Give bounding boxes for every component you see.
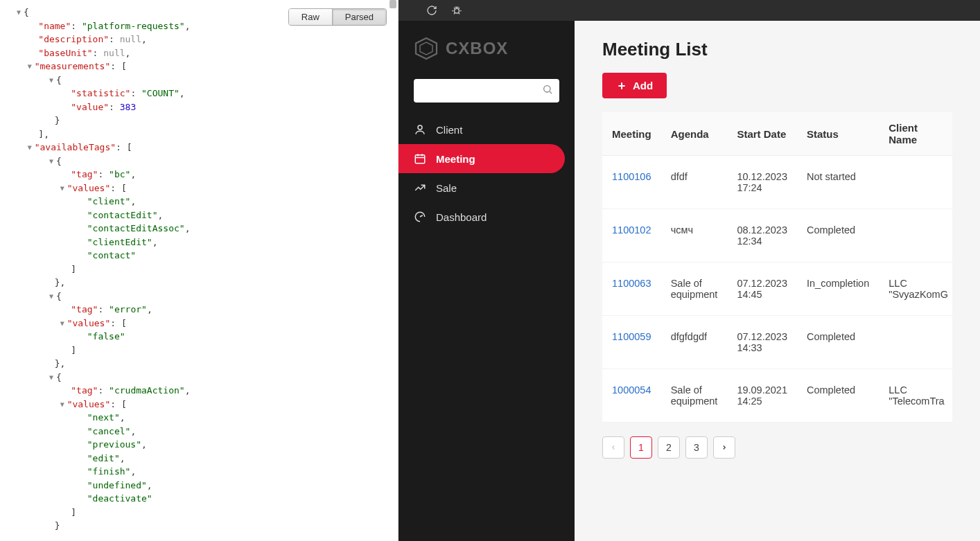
raw-button[interactable]: Raw <box>289 9 332 25</box>
pagination-next[interactable] <box>713 436 735 459</box>
col-meeting[interactable]: Meeting <box>602 112 661 156</box>
pagination: 1 2 3 <box>602 436 952 459</box>
svg-marker-1 <box>416 38 437 59</box>
user-icon <box>414 123 426 136</box>
svg-point-0 <box>455 8 460 13</box>
refresh-icon[interactable] <box>426 5 437 16</box>
svg-marker-2 <box>420 42 432 55</box>
pagination-page-2[interactable]: 2 <box>658 436 680 459</box>
sidebar-item-label: Dashboard <box>436 211 487 223</box>
cell-status: In_completion <box>797 263 879 316</box>
cell-agenda: чсмч <box>661 209 728 263</box>
cell-start-date: 19.09.202114:25 <box>727 369 797 423</box>
meeting-link[interactable]: 1100102 <box>612 224 651 236</box>
meeting-table: Meeting Agenda Start Date Status Client … <box>602 112 952 423</box>
svg-line-4 <box>550 91 552 94</box>
sidebar-item-label: Client <box>436 124 462 136</box>
table-row[interactable]: 1100106dfdf10.12.202317:24Not started <box>602 156 952 209</box>
cell-client: LLC "SvyazKomG <box>879 263 952 316</box>
pagination-prev[interactable] <box>602 436 624 459</box>
brand-name: CXBOX <box>446 39 508 58</box>
table-row[interactable]: 1000054Sale of equipment19.09.202114:25C… <box>602 369 952 423</box>
json-viewer-pane: Raw Parsed ▼{ "name": "platform-requests… <box>0 0 399 541</box>
add-button-label: Add <box>633 80 653 91</box>
scrollbar[interactable] <box>390 0 396 541</box>
topbar <box>399 0 980 21</box>
cell-status: Completed <box>797 209 879 263</box>
meeting-link[interactable]: 1100106 <box>612 171 651 182</box>
table-header-row: Meeting Agenda Start Date Status Client … <box>602 112 952 156</box>
cell-meeting: 1100102 <box>602 209 661 263</box>
cell-client <box>879 156 952 209</box>
sidebar-item-meeting[interactable]: Meeting <box>399 144 565 173</box>
chart-line-icon <box>414 181 426 194</box>
cell-start-date: 07.12.202314:33 <box>727 316 797 369</box>
cell-agenda: dfgfdgdf <box>661 316 728 369</box>
meeting-link[interactable]: 1100063 <box>612 278 651 289</box>
svg-point-5 <box>418 125 422 130</box>
add-button[interactable]: Add <box>602 73 667 98</box>
main-content: Meeting List Add Meeting Agenda Start Da… <box>575 21 980 541</box>
pagination-page-1[interactable]: 1 <box>630 436 652 459</box>
cell-meeting: 1100059 <box>602 316 661 369</box>
chevron-right-icon <box>721 444 728 451</box>
search-icon[interactable] <box>542 84 553 98</box>
cell-client <box>879 209 952 263</box>
cell-agenda: dfdf <box>661 156 728 209</box>
sidebar-item-label: Sale <box>436 182 457 194</box>
col-start-date[interactable]: Start Date <box>727 112 797 156</box>
parsed-button[interactable]: Parsed <box>332 9 386 25</box>
plus-icon <box>616 80 627 91</box>
bug-icon[interactable] <box>451 5 462 16</box>
sidebar-item-sale[interactable]: Sale <box>399 173 565 202</box>
app-pane: CXBOX Client Meeting Sale <box>399 0 980 541</box>
cell-status: Not started <box>797 156 879 209</box>
cell-status: Completed <box>797 369 879 423</box>
table-row[interactable]: 1100102чсмч08.12.202312:34Completed <box>602 209 952 263</box>
cell-meeting: 1100063 <box>602 263 661 316</box>
pagination-page-3[interactable]: 3 <box>685 436 708 459</box>
cell-meeting: 1000054 <box>602 369 661 423</box>
cell-client <box>879 316 952 369</box>
cell-status: Completed <box>797 316 879 369</box>
page-title: Meeting List <box>602 39 952 60</box>
cell-start-date: 10.12.202317:24 <box>727 156 797 209</box>
raw-parsed-toggle[interactable]: Raw Parsed <box>288 8 387 26</box>
col-client-name[interactable]: Client Name <box>879 112 952 156</box>
gauge-icon <box>414 211 426 223</box>
meeting-link[interactable]: 1000054 <box>612 384 651 396</box>
sidebar: CXBOX Client Meeting Sale <box>399 21 575 541</box>
cell-meeting: 1100106 <box>602 156 661 209</box>
sidebar-item-client[interactable]: Client <box>399 115 565 144</box>
col-status[interactable]: Status <box>797 112 879 156</box>
calendar-icon <box>414 152 426 165</box>
cell-client: LLC "TelecomTra <box>879 369 952 423</box>
cell-start-date: 07.12.202314:45 <box>727 263 797 316</box>
meeting-link[interactable]: 1100059 <box>612 331 651 342</box>
sidebar-item-dashboard[interactable]: Dashboard <box>399 202 565 231</box>
json-tree: ▼{ "name": "platform-requests", "descrip… <box>0 0 398 541</box>
logo: CXBOX <box>399 26 575 73</box>
search-box[interactable] <box>414 79 559 103</box>
cell-agenda: Sale of equipment <box>661 369 728 423</box>
col-agenda[interactable]: Agenda <box>661 112 728 156</box>
table-row[interactable]: 1100063Sale of equipment07.12.202314:45I… <box>602 263 952 316</box>
cell-agenda: Sale of equipment <box>661 263 728 316</box>
sidebar-item-label: Meeting <box>436 153 475 165</box>
table-row[interactable]: 1100059dfgfdgdf07.12.202314:33Completed <box>602 316 952 369</box>
svg-rect-6 <box>415 155 425 163</box>
cell-start-date: 08.12.202312:34 <box>727 209 797 263</box>
chevron-left-icon <box>610 444 617 451</box>
search-input[interactable] <box>421 85 542 96</box>
svg-point-3 <box>544 86 550 92</box>
logo-icon <box>414 36 439 61</box>
